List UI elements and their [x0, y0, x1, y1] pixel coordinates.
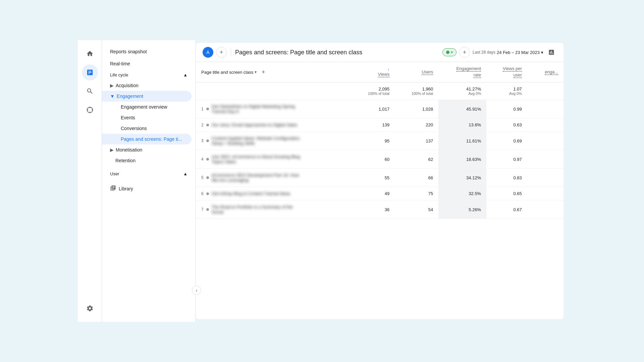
date-range-selector[interactable]: Last 28 days 24 Feb – 23 Mar 2023 ▾ — [473, 50, 543, 55]
sidebar-section-lifecycle-chevron: ▲ — [183, 72, 187, 77]
sidebar-item-real-time[interactable]: Real-time — [102, 58, 196, 70]
sidebar-collapse-button[interactable]: ‹ — [192, 286, 201, 295]
row-7-eng-rate: 5.26% — [438, 200, 486, 219]
engagement-overview-label: Engagement overview — [121, 104, 167, 110]
date-range-label: Last 28 days — [473, 50, 495, 55]
row-3-enga — [527, 132, 564, 150]
sidebar-item-events[interactable]: Events — [102, 112, 196, 123]
col-engagement-line1: Engagement — [456, 66, 481, 72]
row-6-rank: 6 — [201, 191, 204, 196]
sidebar-item-engagement[interactable]: ▼ Engagement — [102, 91, 192, 102]
row-6-eng-rate: 32.5% — [438, 187, 486, 200]
row-7-page: 7 The Road to Portfolio is a Summary of … — [196, 200, 351, 219]
date-range-value: 24 Feb – 23 Mar 2023 — [497, 50, 540, 55]
row-7-users: 54 — [395, 200, 438, 219]
sidebar-section-lifecycle[interactable]: Life cycle ▲ — [102, 70, 196, 80]
totals-label — [196, 82, 351, 100]
row-1-page: 1 Get StartedIntro to Digital Marketing … — [196, 100, 351, 118]
row-5-title: eCommerce SEO Development Part 16: How W… — [212, 173, 306, 183]
dimension-dropdown[interactable]: Page title and screen class ▾ — [201, 70, 257, 75]
add-view-icon: + — [220, 49, 223, 56]
row-4-vpu: 0.97 — [486, 150, 527, 169]
row-6-views: 49 — [351, 187, 395, 200]
settings-icon[interactable] — [82, 300, 98, 316]
home-icon[interactable] — [82, 46, 98, 62]
totals-views: 2,095 100% of total — [351, 82, 395, 100]
row-5-vpu: 0.83 — [486, 169, 527, 187]
table-row: 6 Get eShop Blog & Content Tutorial Idea… — [196, 187, 564, 200]
row-2-users: 220 — [395, 118, 438, 132]
sidebar-item-conversions[interactable]: Conversions — [102, 123, 196, 134]
sidebar-item-pages-screens[interactable]: Pages and screens: Page ti... — [102, 134, 192, 144]
row-6-users: 75 — [395, 187, 438, 200]
row-5-rank: 5 — [201, 175, 204, 180]
totals-engagement-rate: 41.27% Avg 0% — [438, 82, 486, 100]
row-5-enga — [527, 169, 564, 187]
engagement-label: Engagement — [117, 94, 143, 99]
row-5-views: 55 — [351, 169, 395, 187]
main-content: A + Pages and screens: Page title and sc… — [196, 43, 564, 319]
table-row: 2 Our story: Email Approaches to Digital… — [196, 118, 564, 132]
row-4-page: 4 Use SEO: eCommerce is About Growing Bl… — [196, 150, 351, 169]
sidebar-item-library[interactable]: Library — [102, 182, 196, 195]
col-views-per-user-line2: user — [514, 72, 522, 78]
row-3-page: 3 Content Applied Ideas: Website Configu… — [196, 132, 351, 150]
row-1-users: 1,028 — [395, 100, 438, 118]
row-7-dot — [206, 208, 209, 211]
row-3-dot — [206, 139, 209, 142]
row-7-rank: 7 — [201, 207, 204, 212]
row-3-views: 95 — [351, 132, 395, 150]
sidebar-item-reports-snapshot[interactable]: Reports snapshot — [102, 46, 196, 58]
avatar-button[interactable]: A — [203, 47, 213, 58]
library-icon — [110, 185, 116, 192]
row-4-dot — [206, 158, 209, 161]
status-badge[interactable]: ▾ — [442, 48, 457, 56]
monetisation-label: Monetisation — [116, 147, 142, 153]
row-2-vpu: 0.63 — [486, 118, 527, 132]
library-label: Library — [119, 186, 133, 191]
row-2-dot — [206, 124, 209, 126]
sidebar-item-acquisition[interactable]: ▶ Acquisition — [102, 80, 196, 91]
col-header-engagement-rate[interactable]: Engagement rate — [438, 62, 486, 82]
sidebar-section-user[interactable]: User ▲ — [102, 169, 196, 179]
row-7-vpu: 0.67 — [486, 200, 527, 219]
add-comparison-button[interactable]: + — [459, 47, 470, 58]
sidebar-section-user-label: User — [110, 171, 119, 176]
engagement-expand-icon: ▼ — [110, 94, 115, 99]
col-views-per-user-line1: Views per — [503, 66, 522, 72]
totals-users: 1,960 100% of total — [395, 82, 438, 100]
monetisation-expand-icon: ▶ — [110, 147, 114, 153]
sidebar-item-monetisation[interactable]: ▶ Monetisation — [102, 144, 196, 155]
col-header-users[interactable]: Users — [395, 62, 438, 82]
table-row: 3 Content Applied Ideas: Website Configu… — [196, 132, 564, 150]
acquisition-label: Acquisition — [116, 83, 139, 88]
row-7-title: The Road to Portfolio is a Summary of th… — [212, 204, 306, 215]
totals-enga — [527, 82, 564, 100]
row-6-title: Get eShop Blog & Content Tutorial Ideas — [212, 191, 290, 196]
add-view-button[interactable]: + — [216, 47, 227, 58]
col-users-label: Users — [422, 69, 433, 75]
col-header-views[interactable]: ↓ Views — [351, 62, 395, 82]
row-1-enga — [527, 100, 564, 118]
sidebar-item-retention[interactable]: Retention — [102, 155, 196, 166]
col-views-label: Views — [378, 72, 389, 77]
table-row: 7 The Road to Portfolio is a Summary of … — [196, 200, 564, 219]
data-table: Page title and screen class ▾ + ↓ Views — [196, 62, 564, 319]
row-3-vpu: 0.69 — [486, 132, 527, 150]
table-row: 4 Use SEO: eCommerce is About Growing Bl… — [196, 150, 564, 169]
chart-type-button[interactable] — [546, 47, 557, 58]
row-3-rank: 3 — [201, 138, 204, 143]
page-title: Pages and screens: Page title and screen… — [235, 49, 440, 56]
sidebar-item-engagement-overview[interactable]: Engagement overview — [102, 102, 196, 112]
row-3-eng-rate: 11.61% — [438, 132, 486, 150]
col-header-views-per-user[interactable]: Views per user — [486, 62, 527, 82]
explore-icon[interactable] — [82, 83, 98, 99]
row-1-title: Get StartedIntro to Digital Marketing Sp… — [212, 104, 306, 114]
reports-icon[interactable] — [82, 64, 98, 80]
dimension-add-button[interactable]: + — [259, 68, 267, 76]
col-header-enga[interactable]: enga... — [527, 62, 564, 82]
pages-screens-label: Pages and screens: Page ti... — [121, 136, 182, 142]
row-2-eng-rate: 13.6% — [438, 118, 486, 132]
advertising-icon[interactable] — [82, 102, 98, 118]
row-2-page: 2 Our story: Email Approaches to Digital… — [196, 118, 351, 132]
